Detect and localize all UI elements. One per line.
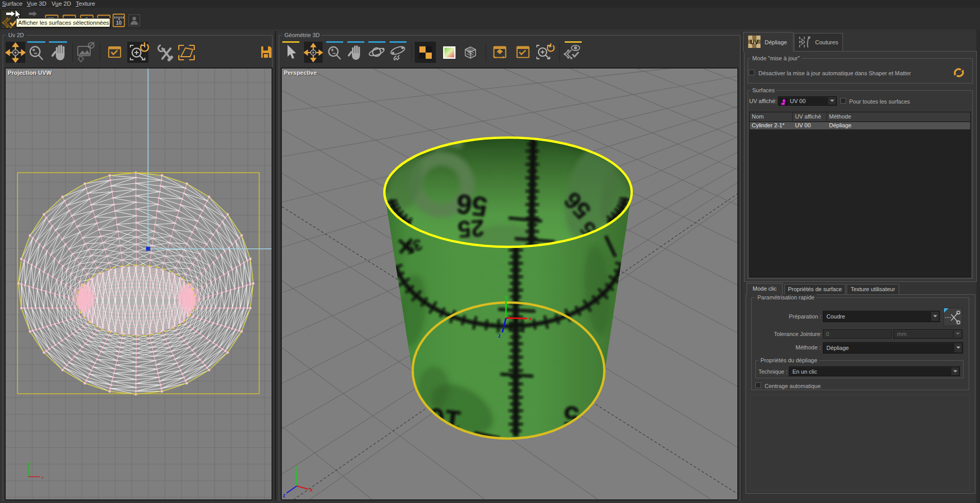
svg-text:v: v	[30, 460, 32, 465]
svg-text:y: y	[504, 294, 508, 301]
svg-text:u: u	[41, 475, 44, 480]
svg-text:10: 10	[116, 20, 122, 26]
svg-text:z: z	[283, 493, 285, 498]
svg-text:25: 25	[457, 214, 485, 243]
svg-text:x: x	[529, 315, 532, 322]
svg-text:UV: UV	[750, 39, 759, 46]
svg-text:x: x	[310, 487, 313, 493]
svg-text:y: y	[295, 464, 298, 470]
svg-text:z: z	[498, 333, 501, 339]
